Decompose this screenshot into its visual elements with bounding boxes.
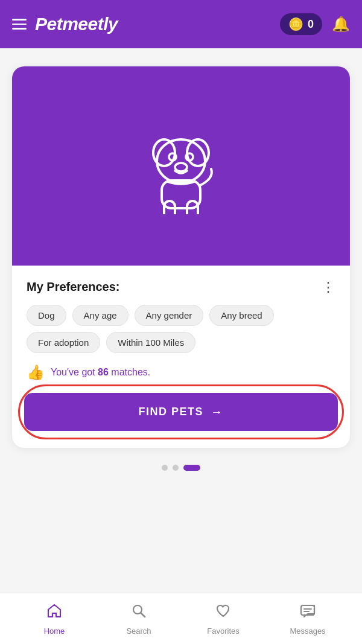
svg-point-5 [175, 163, 187, 171]
coins-count: 0 [308, 18, 314, 31]
nav-label-favorites: Favorites [207, 626, 239, 636]
tag-any-age[interactable]: Any age [72, 305, 129, 326]
nav-item-messages[interactable]: Messages [287, 602, 329, 636]
menu-icon[interactable] [12, 19, 27, 30]
search-icon [130, 602, 147, 623]
find-pets-button[interactable]: FIND PETS → [24, 393, 338, 431]
matches-count: 86 [98, 367, 109, 377]
pagination-dot-1[interactable] [162, 465, 168, 471]
card-body: My Preferences: ⋮ Dog Any age Any gender… [12, 266, 350, 448]
nav-item-favorites[interactable]: Favorites [202, 602, 244, 636]
heart-icon [215, 602, 232, 623]
preferences-header: My Preferences: ⋮ [27, 280, 335, 294]
nav-label-home: Home [44, 626, 65, 636]
coin-icon: 🪙 [288, 17, 303, 31]
nav-item-search[interactable]: Search [118, 602, 160, 636]
tag-for-adoption[interactable]: For adoption [27, 332, 100, 353]
main-content: My Preferences: ⋮ Dog Any age Any gender… [0, 48, 362, 596]
svg-point-2 [157, 139, 205, 183]
tag-dog[interactable]: Dog [27, 305, 66, 326]
tag-within-miles[interactable]: Within 100 Miles [106, 332, 195, 353]
home-icon [46, 602, 63, 623]
thumbs-up-icon: 👍 [27, 364, 45, 381]
app-header: Petmeetly 🪙 0 🔔 [0, 0, 362, 48]
pagination-dots [12, 465, 350, 471]
preferences-card: My Preferences: ⋮ Dog Any age Any gender… [12, 66, 350, 448]
svg-line-10 [141, 613, 145, 617]
header-right: 🪙 0 🔔 [280, 13, 350, 35]
matches-text: You've got 86 matches. [51, 367, 150, 378]
pagination-dot-3[interactable] [183, 465, 200, 471]
arrow-icon: → [211, 405, 224, 419]
find-pets-label: FIND PETS [138, 406, 203, 418]
nav-item-home[interactable]: Home [33, 602, 75, 636]
preferences-title: My Preferences: [27, 280, 120, 294]
pagination-dot-2[interactable] [173, 465, 179, 471]
card-hero [12, 66, 350, 266]
app-logo: Petmeetly [35, 14, 118, 34]
nav-label-search: Search [126, 626, 151, 636]
find-pets-wrapper: FIND PETS → [24, 393, 338, 431]
dog-illustration [133, 118, 229, 214]
bottom-nav: Home Search Favorites Messages [0, 593, 362, 644]
messages-icon [299, 602, 316, 623]
tag-any-breed[interactable]: Any breed [209, 305, 273, 326]
coins-badge[interactable]: 🪙 0 [280, 13, 322, 35]
tags-container: Dog Any age Any gender Any breed For ado… [27, 305, 335, 353]
nav-label-messages: Messages [290, 626, 325, 636]
matches-row: 👍 You've got 86 matches. [27, 364, 335, 381]
notification-bell-icon[interactable]: 🔔 [332, 16, 350, 33]
header-left: Petmeetly [12, 14, 118, 34]
tag-any-gender[interactable]: Any gender [135, 305, 204, 326]
more-options-icon[interactable]: ⋮ [322, 281, 335, 294]
